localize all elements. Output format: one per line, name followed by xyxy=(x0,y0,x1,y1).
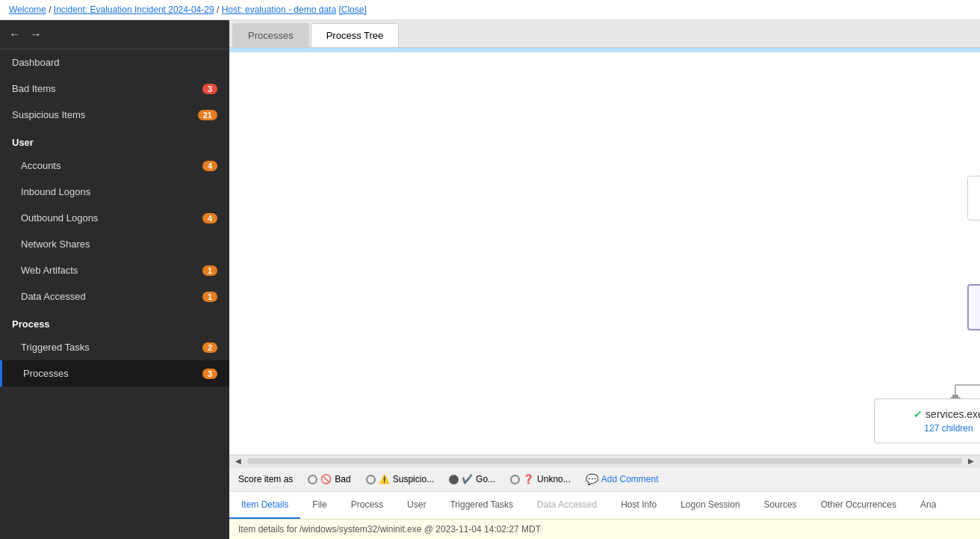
services-title: ✔services.exe xyxy=(887,408,980,420)
sidebar-item-network-shares[interactable]: Network Shares xyxy=(0,231,229,257)
score-bad-label: Bad xyxy=(335,474,350,484)
score-unknown[interactable]: ❓ Unkno... xyxy=(510,474,571,484)
sidebar-item-label-triggered-tasks: Triggered Tasks xyxy=(21,342,90,353)
breadcrumb: Welcome / Incident: Evaluation Incident … xyxy=(0,0,980,20)
tree-node-root[interactable]: Root 14 children xyxy=(967,176,980,221)
sidebar-item-label-accounts: Accounts xyxy=(21,160,61,171)
score-bad-radio[interactable] xyxy=(308,475,317,484)
horizontal-scrollbar[interactable]: ◀ ▶ xyxy=(229,455,980,466)
sidebar-item-triggered-tasks[interactable]: Triggered Tasks2 xyxy=(0,334,229,360)
tabs-bar: Processes Process Tree xyxy=(229,20,980,48)
score-bad-icon: 🚫 xyxy=(320,474,332,484)
tab-file[interactable]: File xyxy=(300,492,338,519)
sidebar-nav: ← → xyxy=(0,20,229,49)
scroll-right-icon[interactable]: ▶ xyxy=(965,457,977,465)
process-tree-area[interactable]: Root 14 children ✔wininit.exe 2 children… xyxy=(229,48,980,455)
sidebar-item-suspicious-items[interactable]: Suspicious Items21 xyxy=(0,102,229,128)
score-unknown-radio[interactable] xyxy=(510,475,520,484)
sidebar-item-web-artifacts[interactable]: Web Artifacts1 xyxy=(0,257,229,283)
sidebar-item-label-bad-items: Bad Items xyxy=(12,83,56,94)
sidebar-badge-accounts: 4 xyxy=(202,161,217,171)
tab-process-tree[interactable]: Process Tree xyxy=(311,23,400,47)
sidebar: ← → DashboardBad Items3Suspicious Items2… xyxy=(0,20,229,539)
score-suspicious-label: Suspicio... xyxy=(393,474,434,484)
sidebar-item-accounts[interactable]: Accounts4 xyxy=(0,153,229,179)
back-button[interactable]: ← xyxy=(9,28,21,41)
tab-ana[interactable]: Ana xyxy=(908,492,948,519)
tab-host-info[interactable]: Host Info xyxy=(609,492,669,519)
sidebar-item-bad-items[interactable]: Bad Items3 xyxy=(0,76,229,102)
services-subtitle: 127 children xyxy=(887,423,980,434)
add-comment-label: Add Comment xyxy=(601,474,659,484)
tab-item-details[interactable]: Item Details xyxy=(229,492,300,519)
sidebar-section-user-section: User xyxy=(0,128,229,153)
sidebar-section-process-section: Process xyxy=(0,309,229,334)
services-check-icon: ✔ xyxy=(914,408,922,420)
forward-button[interactable]: → xyxy=(30,28,42,41)
breadcrumb-welcome[interactable]: Welcome xyxy=(9,4,46,15)
breadcrumb-host[interactable]: Host: evaluation - demo data xyxy=(222,4,336,15)
score-suspicious-radio[interactable] xyxy=(366,475,376,484)
connector-lines xyxy=(229,52,980,441)
sidebar-badge-data-accessed: 1 xyxy=(202,292,217,302)
sidebar-item-dashboard[interactable]: Dashboard xyxy=(0,49,229,76)
tab-data-accessed[interactable]: Data Accessed xyxy=(525,492,609,519)
bottom-tabs: Item Details File Process User Triggered… xyxy=(229,491,980,519)
sidebar-item-label-data-accessed: Data Accessed xyxy=(21,291,86,302)
status-text: Item details for /windows/system32/winin… xyxy=(238,524,541,535)
add-comment-button[interactable]: 💬 Add Comment xyxy=(586,473,659,485)
sidebar-item-label-inbound-logons: Inbound Logons xyxy=(21,186,90,197)
score-good-radio[interactable] xyxy=(449,475,459,484)
score-good-label: Go... xyxy=(476,474,495,484)
status-bar: Item details for /windows/system32/winin… xyxy=(229,519,980,539)
tab-sources[interactable]: Sources xyxy=(752,492,809,519)
sidebar-item-label-web-artifacts: Web Artifacts xyxy=(21,265,78,276)
main-content: Processes Process Tree xyxy=(229,20,980,539)
tree-node-services[interactable]: ✔services.exe 127 children xyxy=(874,398,980,443)
tab-triggered-tasks[interactable]: Triggered Tasks xyxy=(438,492,525,519)
score-good[interactable]: ✔️ Go... xyxy=(449,474,495,484)
sidebar-badge-bad-items: 3 xyxy=(202,84,217,94)
sidebar-item-label-processes: Processes xyxy=(23,368,69,379)
comment-icon: 💬 xyxy=(586,473,598,485)
tree-node-wininit[interactable]: ✔wininit.exe 2 children xyxy=(967,284,980,330)
breadcrumb-incident[interactable]: Incident: Evaluation Incident 2024-04-29 xyxy=(54,4,214,15)
breadcrumb-close[interactable]: [Close] xyxy=(338,4,366,15)
sidebar-item-label-network-shares: Network Shares xyxy=(21,238,90,250)
tab-other-occurrences[interactable]: Other Occurrences xyxy=(809,492,908,519)
sidebar-item-label-dashboard: Dashboard xyxy=(12,57,60,68)
sidebar-badge-web-artifacts: 1 xyxy=(202,265,217,276)
score-label: Score item as xyxy=(238,474,293,484)
sidebar-item-label-suspicious-items: Suspicious Items xyxy=(12,109,85,120)
tree-canvas: Root 14 children ✔wininit.exe 2 children… xyxy=(229,52,980,441)
sidebar-item-data-accessed[interactable]: Data Accessed1 xyxy=(0,283,229,309)
tab-user[interactable]: User xyxy=(395,492,438,519)
score-suspicious-icon: ⚠️ xyxy=(379,474,390,484)
score-unknown-icon: ❓ xyxy=(523,474,534,484)
tab-processes[interactable]: Processes xyxy=(232,23,309,47)
score-unknown-label: Unkno... xyxy=(537,474,571,484)
sidebar-badge-processes: 3 xyxy=(202,369,217,379)
sidebar-item-outbound-logons[interactable]: Outbound Logons4 xyxy=(0,205,229,231)
sidebar-badge-suspicious-items: 21 xyxy=(198,110,217,120)
sidebar-items: DashboardBad Items3Suspicious Items21Use… xyxy=(0,49,229,386)
score-bad[interactable]: 🚫 Bad xyxy=(308,474,350,484)
score-bar: Score item as 🚫 Bad ⚠️ Suspicio... ✔️ Go… xyxy=(229,466,980,491)
score-suspicious[interactable]: ⚠️ Suspicio... xyxy=(366,474,434,484)
sidebar-item-processes[interactable]: Processes3 xyxy=(0,360,229,386)
sidebar-badge-outbound-logons: 4 xyxy=(202,213,217,224)
tab-process[interactable]: Process xyxy=(339,492,395,519)
scroll-left-icon[interactable]: ◀ xyxy=(232,457,244,465)
sidebar-item-inbound-logons[interactable]: Inbound Logons xyxy=(0,179,229,205)
tab-logon-session[interactable]: Logon Session xyxy=(669,492,751,519)
score-good-icon: ✔️ xyxy=(462,474,473,484)
sidebar-badge-triggered-tasks: 2 xyxy=(202,342,217,353)
sidebar-item-label-outbound-logons: Outbound Logons xyxy=(21,212,98,224)
